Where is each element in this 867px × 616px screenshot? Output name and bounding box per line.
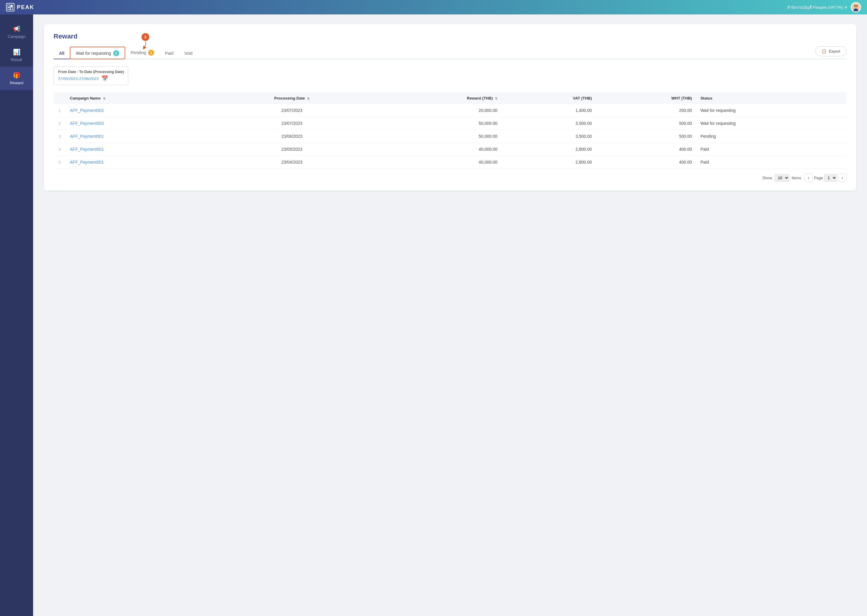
svg-point-7	[854, 5, 855, 6]
row-status: Wait for requesting	[696, 104, 847, 117]
next-page-button[interactable]: ›	[838, 174, 847, 182]
table-row: 1 AFF_Payment002 23/07/2023 20,000.00 1,…	[54, 104, 847, 117]
row-processing-date: 23/07/2023	[216, 117, 367, 130]
tab-void-label: Void	[184, 51, 192, 56]
date-filter-label: From Date - To Date (Processing Date)	[58, 70, 124, 74]
app-layout: 📢 Campaign 📊 Result 🎁 Reward Reward 2	[0, 14, 867, 616]
date-filter-row: 27/05/2023-27/06/2023 📅	[58, 75, 124, 82]
svg-rect-1	[11, 5, 13, 7]
sidebar-item-label-reward: Reward	[10, 81, 24, 85]
row-wht-thb: 200.00	[596, 104, 696, 117]
row-status: Paid	[696, 143, 847, 156]
logo-box	[6, 3, 14, 11]
svg-rect-2	[8, 8, 10, 9]
tab-wait-label: Wait for requesting	[76, 51, 111, 56]
campaign-icon: 📢	[13, 25, 20, 33]
svg-rect-0	[8, 5, 10, 7]
row-wht-thb: 400.00	[596, 143, 696, 156]
date-filter-value: 27/05/2023-27/06/2023	[58, 76, 98, 81]
svg-point-8	[857, 5, 858, 6]
avatar[interactable]	[851, 2, 861, 13]
table-row: 4 AFF_Payment001 23/05/2023 40,000.00 2,…	[54, 143, 847, 156]
tab-void[interactable]: Void	[179, 48, 198, 59]
row-num: 1	[54, 104, 66, 117]
account-label: สำนักงานบัญชี Finspire (VAT7%)	[787, 4, 843, 11]
export-label: Export	[829, 49, 840, 53]
row-campaign-name[interactable]: AFF_Payment001	[66, 156, 216, 169]
svg-rect-3	[11, 8, 13, 9]
table-row: 2 AFF_Payment003 23/07/2023 50,000.00 3,…	[54, 117, 847, 130]
sidebar-item-label-campaign: Campaign	[8, 34, 25, 39]
row-wht-thb: 400.00	[596, 156, 696, 169]
row-wht-thb: 500.00	[596, 117, 696, 130]
tab-paid[interactable]: Paid	[159, 48, 179, 59]
row-reward-thb: 40,000.00	[367, 143, 501, 156]
row-vat-thb: 1,400.00	[501, 104, 596, 117]
tab-all[interactable]: All	[54, 48, 70, 59]
campaign-name-sort-icon[interactable]: ⇅	[103, 97, 106, 100]
row-reward-thb: 20,000.00	[367, 104, 501, 117]
row-campaign-name[interactable]: AFF_Payment001	[66, 130, 216, 143]
row-campaign-name[interactable]: AFF_Payment001	[66, 143, 216, 156]
chevron-down-icon: ▾	[845, 5, 847, 9]
annotation-arrow	[141, 41, 150, 49]
sidebar-item-campaign[interactable]: 📢 Campaign	[0, 20, 33, 44]
table-row: 5 AFF_Payment001 23/04/2023 40,000.00 2,…	[54, 156, 847, 169]
row-num: 4	[54, 143, 66, 156]
row-status: Wait for requesting	[696, 117, 847, 130]
row-vat-thb: 3,500.00	[501, 117, 596, 130]
pagination: Show 10 20 50 Items ‹ Page 1 2 ›	[54, 174, 847, 182]
tab-pending-label: Pending	[131, 50, 146, 55]
per-page-select[interactable]: 10 20 50	[775, 174, 789, 182]
export-icon: 📋	[821, 49, 826, 53]
top-navbar: PEAK สำนักงานบัญชี Finspire (VAT7%) ▾	[0, 0, 867, 14]
reward-card: Reward 2	[44, 24, 856, 190]
processing-date-sort-icon[interactable]: ⇅	[307, 97, 309, 100]
row-processing-date: 23/04/2023	[216, 156, 367, 169]
col-status: Status	[696, 92, 847, 104]
reward-sort-icon[interactable]: ⇅	[495, 97, 497, 100]
col-vat-thb: VAT (THB)	[501, 92, 596, 104]
col-wht-thb: WHT (THB)	[596, 92, 696, 104]
logo: PEAK	[6, 3, 34, 11]
row-num: 2	[54, 117, 66, 130]
brand-name: PEAK	[17, 4, 34, 11]
reward-icon: 🎁	[13, 72, 20, 79]
row-processing-date: 23/06/2023	[216, 130, 367, 143]
show-label: Show	[762, 176, 772, 180]
page-label: Page	[814, 176, 823, 180]
sidebar-item-reward[interactable]: 🎁 Reward	[0, 67, 33, 90]
col-num	[54, 92, 66, 104]
sidebar: 📢 Campaign 📊 Result 🎁 Reward	[0, 14, 33, 616]
topnav-right: สำนักงานบัญชี Finspire (VAT7%) ▾	[787, 2, 861, 13]
row-reward-thb: 50,000.00	[367, 117, 501, 130]
row-campaign-name[interactable]: AFF_Payment003	[66, 117, 216, 130]
col-campaign-name: Campaign Name ⇅	[66, 92, 216, 104]
date-filter[interactable]: From Date - To Date (Processing Date) 27…	[54, 66, 128, 85]
tab-all-label: All	[59, 51, 65, 56]
account-selector[interactable]: สำนักงานบัญชี Finspire (VAT7%) ▾	[787, 4, 847, 11]
main-content: Reward 2	[33, 14, 867, 616]
sidebar-item-label-result: Result	[11, 57, 22, 62]
row-num: 3	[54, 130, 66, 143]
pagination-nav: ‹ Page 1 2 ›	[804, 174, 847, 182]
row-campaign-name[interactable]: AFF_Payment002	[66, 104, 216, 117]
row-processing-date: 23/07/2023	[216, 104, 367, 117]
tab-wait-badge: 2	[113, 50, 119, 56]
page-select[interactable]: 1 2	[824, 174, 837, 182]
tab-pending-badge: 1	[148, 50, 154, 56]
row-vat-thb: 2,800.00	[501, 156, 596, 169]
prev-page-button[interactable]: ‹	[804, 174, 813, 182]
calendar-icon: 📅	[101, 75, 108, 82]
row-processing-date: 23/05/2023	[216, 143, 367, 156]
row-num: 5	[54, 156, 66, 169]
col-processing-date: Processing Date ⇅	[216, 92, 367, 104]
export-button[interactable]: 📋 Export	[815, 46, 847, 56]
annotation-badge: 2	[142, 33, 149, 41]
annotation-wrapper: 2	[141, 33, 150, 49]
tab-paid-label: Paid	[165, 51, 173, 56]
sidebar-item-result[interactable]: 📊 Result	[0, 44, 33, 67]
row-wht-thb: 500.00	[596, 130, 696, 143]
row-reward-thb: 40,000.00	[367, 156, 501, 169]
tab-wait[interactable]: Wait for requesting 2	[70, 47, 125, 59]
